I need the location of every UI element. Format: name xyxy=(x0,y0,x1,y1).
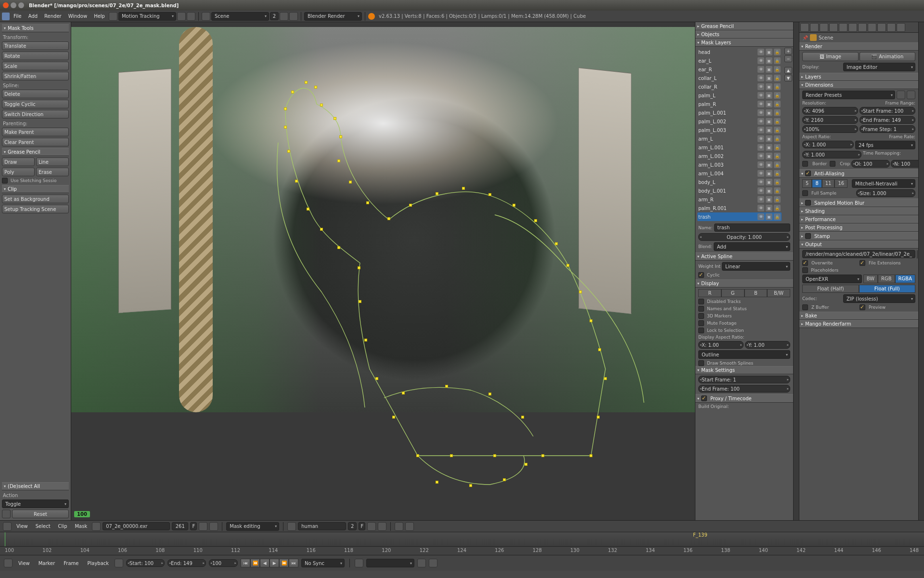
aa-size[interactable]: Size: 1.000 xyxy=(856,189,915,197)
channel-b-button[interactable]: B xyxy=(744,289,768,297)
tab-world-icon[interactable] xyxy=(820,23,828,32)
menu-window[interactable]: Window xyxy=(65,13,90,20)
placeholders-checkbox[interactable] xyxy=(802,267,808,273)
border-checkbox[interactable] xyxy=(802,161,808,167)
clip-f[interactable]: F xyxy=(190,522,197,530)
mask-layer-row[interactable]: palm_L.002▣ xyxy=(697,117,782,126)
clip-menu-select[interactable]: Select xyxy=(33,523,53,530)
reset-button[interactable]: Reset xyxy=(12,510,69,518)
lock-icon[interactable] xyxy=(774,205,781,211)
disabled-tracks-checkbox[interactable] xyxy=(698,299,704,304)
lock-icon[interactable] xyxy=(774,75,781,81)
tab-object-icon[interactable] xyxy=(829,23,838,32)
mute-footage-checkbox[interactable] xyxy=(698,320,704,326)
remove-scene-icon[interactable] xyxy=(289,12,298,21)
resolution-x[interactable]: X: 4096 xyxy=(802,107,858,115)
draw-smooth-splines-checkbox[interactable] xyxy=(698,360,704,366)
codec-dropdown[interactable]: ZIP (lossless) xyxy=(843,294,915,303)
browse-folder-icon[interactable] xyxy=(917,250,918,259)
blend-dropdown[interactable]: Add xyxy=(714,242,790,251)
mask-name-field[interactable]: human xyxy=(298,522,346,530)
panel-output[interactable]: Output xyxy=(799,240,918,249)
lock-icon[interactable] xyxy=(774,49,781,55)
panel-objects[interactable]: Objects xyxy=(695,30,793,39)
visibility-icon[interactable] xyxy=(757,213,764,220)
select-icon[interactable]: ▣ xyxy=(766,109,772,116)
mask-datablock-icon[interactable] xyxy=(287,522,296,531)
add-layout-icon[interactable] xyxy=(177,12,186,21)
panel-layers[interactable]: Layers xyxy=(799,73,918,81)
blender-icon[interactable] xyxy=(2,13,10,20)
add-mask-icon[interactable] xyxy=(367,522,376,531)
add-preset-icon[interactable] xyxy=(897,91,905,99)
lock-icon[interactable] xyxy=(774,57,781,64)
display-aspect-y[interactable]: Y: 1.00 xyxy=(745,341,790,349)
display-aspect-x[interactable]: X: 1.00 xyxy=(698,341,744,349)
visibility-icon[interactable] xyxy=(757,187,764,194)
tab-physics-icon[interactable] xyxy=(897,23,905,32)
menu-help[interactable]: Help xyxy=(91,13,108,20)
frame-step[interactable]: Frame Step: 1 xyxy=(860,125,915,133)
select-icon[interactable]: ▣ xyxy=(766,118,772,125)
scene-users[interactable]: 2 xyxy=(270,12,279,20)
clip-menu-mask[interactable]: Mask xyxy=(72,523,90,530)
float-half-button[interactable]: Float (Half) xyxy=(802,285,859,293)
properties-scrollbar[interactable] xyxy=(918,22,924,520)
render-presets-dropdown[interactable]: Render Presets xyxy=(802,91,895,99)
preview-checkbox[interactable] xyxy=(860,304,865,310)
menu-add[interactable]: Add xyxy=(26,13,40,20)
timeline-menu-frame[interactable]: Frame xyxy=(61,560,81,567)
timeline-menu-playback[interactable]: Playback xyxy=(84,560,112,567)
make-parent-button[interactable]: Make Parent xyxy=(2,128,69,136)
lock-icon[interactable] xyxy=(774,179,781,185)
lock-icon[interactable] xyxy=(774,66,781,73)
tab-texture-icon[interactable] xyxy=(877,23,886,32)
lock-icon[interactable] xyxy=(774,92,781,99)
aa-enable-checkbox[interactable] xyxy=(805,171,811,176)
zbuffer-checkbox[interactable] xyxy=(802,304,808,310)
insert-keyframe-icon[interactable] xyxy=(417,559,426,567)
channel-g-button[interactable]: G xyxy=(721,289,744,297)
resolution-y[interactable]: Y: 2160 xyxy=(802,116,858,124)
add-scene-icon[interactable] xyxy=(280,12,288,21)
auto-keyframe-icon[interactable] xyxy=(355,559,363,567)
remove-layer-icon[interactable]: − xyxy=(784,55,792,62)
add-layer-icon[interactable]: + xyxy=(784,48,792,54)
jump-start-icon[interactable]: ⏮ xyxy=(241,559,250,567)
visibility-icon[interactable] xyxy=(757,135,764,142)
select-icon[interactable]: ▣ xyxy=(766,135,772,142)
draw-button[interactable]: Draw xyxy=(2,158,35,166)
mask-layer-row[interactable]: body_L.001▣ xyxy=(697,186,782,195)
opacity-slider[interactable]: Opacity: 1.000 xyxy=(698,233,790,241)
mask-layer-row[interactable]: arm_R▣ xyxy=(697,195,782,204)
menu-render[interactable]: Render xyxy=(41,13,64,20)
panel-clip[interactable]: Clip xyxy=(2,185,69,193)
mask-layer-row[interactable]: head▣ xyxy=(697,48,782,56)
mask-layer-row[interactable]: collar_L▣ xyxy=(697,74,782,82)
overwrite-checkbox[interactable] xyxy=(802,260,808,266)
aa-5-button[interactable]: 5 xyxy=(802,179,812,188)
mask-layer-row[interactable]: ear_L▣ xyxy=(697,56,782,65)
mask-layer-row[interactable]: palm_L.003▣ xyxy=(697,126,782,134)
select-icon[interactable]: ▣ xyxy=(766,75,772,81)
mask-layer-row[interactable]: palm_R.001▣ xyxy=(697,204,782,212)
prev-keyframe-icon[interactable]: ⏪ xyxy=(250,559,260,567)
panel-mask-settings[interactable]: Mask Settings xyxy=(695,366,793,374)
visibility-icon[interactable] xyxy=(757,170,764,177)
select-icon[interactable]: ▣ xyxy=(766,101,772,107)
rgba-button[interactable]: RGBA xyxy=(895,275,915,283)
panel-smb[interactable]: Sampled Motion Blur xyxy=(799,198,918,207)
lock-icon[interactable] xyxy=(774,187,781,194)
lock-icon[interactable] xyxy=(774,101,781,107)
time-remap-new[interactable]: N: 100 xyxy=(891,160,918,168)
tab-modifiers-icon[interactable] xyxy=(848,23,857,32)
visibility-icon[interactable] xyxy=(757,196,764,203)
aspect-y[interactable]: Y: 1.000 xyxy=(802,151,861,158)
aa-11-button[interactable]: 11 xyxy=(822,179,835,188)
lock-icon[interactable] xyxy=(774,127,781,133)
select-icon[interactable]: ▣ xyxy=(766,83,772,90)
select-icon[interactable]: ▣ xyxy=(766,144,772,151)
visibility-icon[interactable] xyxy=(757,57,764,64)
select-icon[interactable]: ▣ xyxy=(766,127,772,133)
timeline-menu-marker[interactable]: Marker xyxy=(36,560,58,567)
